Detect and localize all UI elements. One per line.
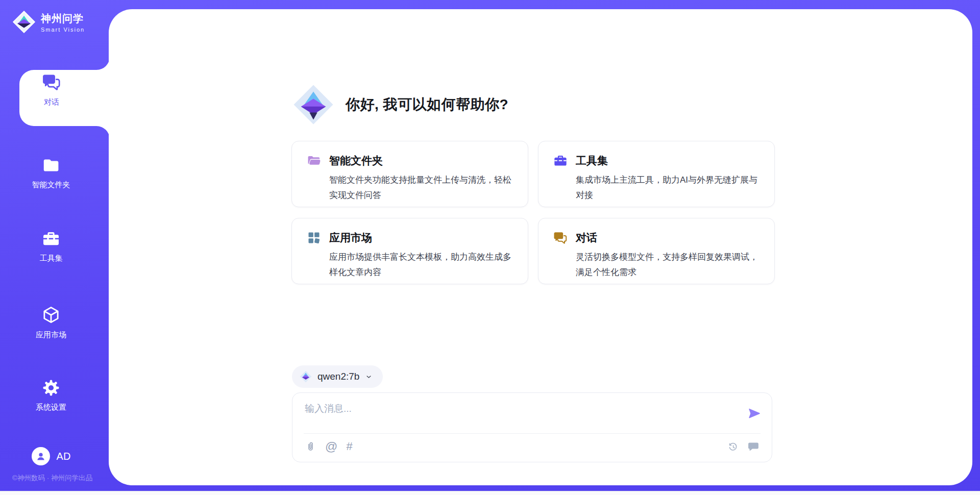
grid-icon: [307, 231, 321, 245]
main-content: 你好, 我可以如何帮助你? 智能文件夹 智能文件夹功能支持批量文件上传与清洗，轻…: [109, 9, 972, 485]
sidebar-item-label: 对话: [18, 97, 85, 107]
app-root: 神州问学 Smart Vision 对话 智能文件夹 工具集: [0, 0, 980, 495]
card-app-market[interactable]: 应用市场 应用市场提供丰富长文本模板，助力高效生成多样化文章内容: [291, 218, 528, 284]
sidebar-item-label: 智能文件夹: [0, 180, 102, 190]
card-title: 应用市场: [329, 231, 372, 245]
sidebar-item-toolset[interactable]: 工具集: [0, 230, 102, 263]
brand-subtitle: Smart Vision: [41, 27, 85, 33]
card-description: 智能文件夹功能支持批量文件上传与清洗，轻松实现文件问答: [329, 172, 514, 203]
card-description: 集成市场上主流工具，助力AI与外界无缝扩展与对接: [576, 172, 761, 203]
briefcase-icon: [553, 154, 568, 168]
history-icon[interactable]: [727, 441, 739, 453]
composer-divider: [304, 433, 761, 434]
sidebar-item-app-market[interactable]: 应用市场: [0, 305, 102, 340]
model-diamond-icon: [300, 370, 312, 383]
assistant-diamond-icon: [292, 84, 334, 126]
sidebar-item-label: 应用市场: [0, 330, 102, 340]
greeting-title: 你好, 我可以如何帮助你?: [346, 95, 508, 114]
brand-name: 神州问学: [41, 12, 85, 26]
card-title: 智能文件夹: [329, 154, 383, 168]
copyright-text: ©神州数码 · 神州问学出品: [0, 474, 105, 483]
card-toolset[interactable]: 工具集 集成市场上主流工具，助力AI与外界无缝扩展与对接: [538, 141, 775, 207]
card-smart-folder[interactable]: 智能文件夹 智能文件夹功能支持批量文件上传与清洗，轻松实现文件问答: [291, 141, 528, 207]
mention-icon[interactable]: @: [325, 440, 337, 453]
user-name: AD: [57, 451, 71, 462]
chat-icon: [553, 231, 568, 245]
chevron-down-icon: [365, 373, 373, 381]
model-name: qwen2:7b: [317, 371, 359, 382]
user-avatar-icon: [35, 450, 47, 462]
folder-icon: [42, 156, 60, 175]
card-title: 工具集: [576, 154, 608, 168]
feedback-bubble-icon[interactable]: [747, 440, 760, 453]
send-icon[interactable]: [747, 406, 762, 420]
sidebar-item-settings[interactable]: 系统设置: [0, 379, 102, 412]
chat-icon: [42, 72, 61, 92]
avatar: [32, 447, 50, 465]
attachment-icon[interactable]: [305, 441, 316, 453]
model-selector[interactable]: qwen2:7b: [292, 365, 383, 388]
sidebar-item-label: 系统设置: [0, 403, 102, 412]
card-chat[interactable]: 对话 灵活切换多模型文件，支持多样回复效果调试，满足个性化需求: [538, 218, 775, 284]
card-description: 应用市场提供丰富长文本模板，助力高效生成多样化文章内容: [329, 250, 514, 280]
cube-icon: [41, 305, 61, 325]
horizontal-scrollbar[interactable]: [0, 491, 980, 495]
user-profile[interactable]: AD: [0, 447, 102, 465]
gear-icon: [42, 379, 60, 397]
brand-logo: 神州问学 Smart Vision: [12, 10, 85, 34]
sidebar-item-smart-folder[interactable]: 智能文件夹: [0, 156, 102, 190]
message-composer: @ #: [292, 392, 772, 462]
message-input[interactable]: [305, 401, 728, 416]
briefcase-icon: [42, 230, 60, 248]
card-title: 对话: [576, 231, 597, 245]
brand-diamond-icon: [12, 10, 36, 34]
sidebar-item-chat[interactable]: 对话: [18, 72, 85, 107]
card-description: 灵活切换多模型文件，支持多样回复效果调试，满足个性化需求: [576, 250, 761, 280]
feature-cards: 智能文件夹 智能文件夹功能支持批量文件上传与清洗，轻松实现文件问答 工具集 集成…: [291, 141, 775, 284]
hero: 你好, 我可以如何帮助你?: [292, 84, 508, 126]
open-folder-icon: [307, 154, 321, 168]
hashtag-icon[interactable]: #: [346, 440, 352, 453]
sidebar-item-label: 工具集: [0, 254, 102, 263]
